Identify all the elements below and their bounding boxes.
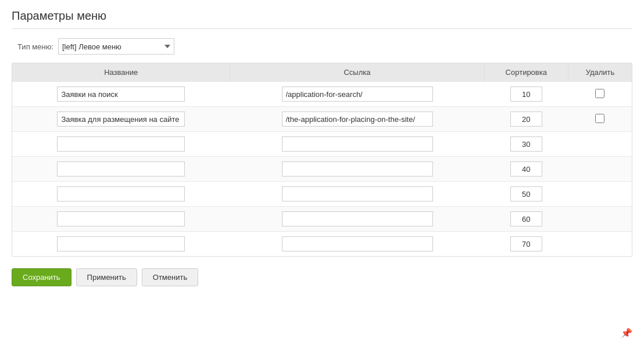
table-row bbox=[12, 182, 632, 207]
name-input-3[interactable] bbox=[57, 161, 185, 177]
name-input-1[interactable] bbox=[57, 111, 185, 127]
link-input-5[interactable] bbox=[282, 211, 433, 226]
table-row bbox=[12, 232, 632, 257]
table-row bbox=[12, 107, 632, 132]
col-header-name: Название bbox=[12, 63, 230, 82]
menu-type-select[interactable]: [left] Левое меню [right] Правое меню [t… bbox=[58, 38, 174, 55]
menu-table: Название Ссылка Сортировка Удалить bbox=[12, 63, 632, 256]
sort-input-5[interactable] bbox=[510, 211, 542, 226]
table-row bbox=[12, 132, 632, 157]
sort-input-0[interactable] bbox=[510, 87, 542, 102]
table-row bbox=[12, 157, 632, 182]
name-input-6[interactable] bbox=[57, 236, 185, 251]
delete-checkbox-1[interactable] bbox=[595, 114, 604, 123]
table-row bbox=[12, 207, 632, 232]
col-header-delete: Удалить bbox=[568, 63, 632, 82]
page-title: Параметры меню bbox=[12, 9, 632, 29]
table-header-row: Название Ссылка Сортировка Удалить bbox=[12, 63, 632, 82]
menu-table-container: Название Ссылка Сортировка Удалить bbox=[12, 63, 632, 257]
menu-type-label: Тип меню: bbox=[17, 42, 53, 51]
cancel-button[interactable]: Отменить bbox=[142, 268, 198, 286]
sort-input-2[interactable] bbox=[510, 136, 542, 152]
sort-input-1[interactable] bbox=[510, 111, 542, 127]
link-input-2[interactable] bbox=[282, 136, 433, 152]
name-input-4[interactable] bbox=[57, 186, 185, 202]
sort-input-4[interactable] bbox=[510, 186, 542, 202]
name-input-2[interactable] bbox=[57, 136, 185, 152]
sort-input-3[interactable] bbox=[510, 161, 542, 177]
footer-buttons: Сохранить Применить Отменить bbox=[12, 266, 632, 286]
page-container: Параметры меню Тип меню: [left] Левое ме… bbox=[0, 0, 644, 349]
link-input-0[interactable] bbox=[282, 87, 433, 102]
name-input-5[interactable] bbox=[57, 211, 185, 226]
save-button[interactable]: Сохранить bbox=[12, 268, 71, 286]
name-input-0[interactable] bbox=[57, 87, 185, 102]
menu-type-row: Тип меню: [left] Левое меню [right] Прав… bbox=[12, 38, 632, 55]
col-header-sort: Сортировка bbox=[484, 63, 568, 82]
link-input-3[interactable] bbox=[282, 161, 433, 177]
sort-input-6[interactable] bbox=[510, 236, 542, 251]
link-input-1[interactable] bbox=[282, 111, 433, 127]
apply-button[interactable]: Применить bbox=[76, 268, 137, 286]
link-input-6[interactable] bbox=[282, 236, 433, 251]
link-input-4[interactable] bbox=[282, 186, 433, 202]
table-row bbox=[12, 82, 632, 107]
col-header-link: Ссылка bbox=[230, 63, 484, 82]
pin-icon: 📌 bbox=[621, 328, 632, 339]
delete-checkbox-0[interactable] bbox=[595, 89, 604, 98]
